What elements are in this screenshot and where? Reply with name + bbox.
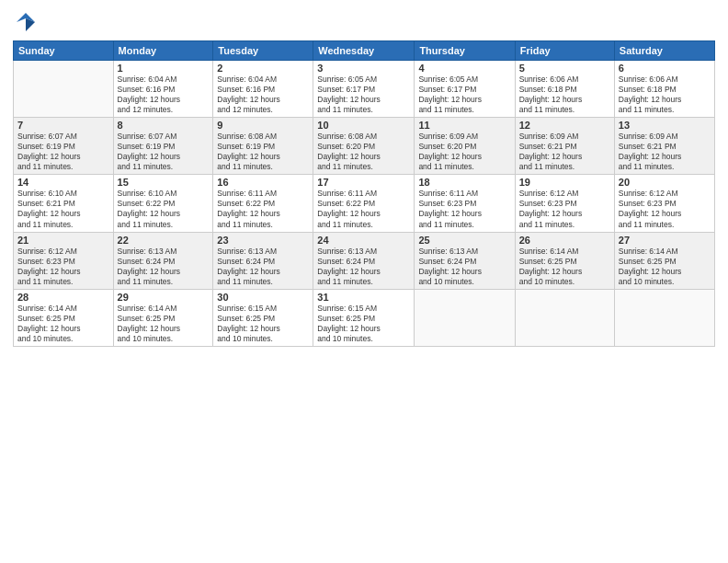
calendar-week-row: 7Sunrise: 6:07 AM Sunset: 6:19 PM Daylig… [14,118,715,175]
table-row [415,289,515,346]
day-number: 17 [317,177,410,188]
day-info: Sunrise: 6:07 AM Sunset: 6:19 PM Dayligh… [17,132,109,172]
day-number: 16 [217,177,309,188]
day-info: Sunrise: 6:15 AM Sunset: 6:25 PM Dayligh… [217,304,309,344]
day-number: 20 [619,177,711,188]
table-row: 13Sunrise: 6:09 AM Sunset: 6:21 PM Dayli… [614,118,714,175]
day-number: 14 [17,177,109,188]
day-number: 12 [519,120,610,131]
day-number: 2 [217,63,309,74]
day-info: Sunrise: 6:14 AM Sunset: 6:25 PM Dayligh… [619,247,711,287]
table-row: 19Sunrise: 6:12 AM Sunset: 6:23 PM Dayli… [515,175,614,232]
table-row: 4Sunrise: 6:05 AM Sunset: 6:17 PM Daylig… [415,61,515,118]
day-number: 9 [217,120,309,131]
day-info: Sunrise: 6:13 AM Sunset: 6:24 PM Dayligh… [418,247,510,287]
day-number: 27 [619,235,711,246]
day-info: Sunrise: 6:13 AM Sunset: 6:24 PM Dayligh… [217,247,309,287]
column-header-sunday: Sunday [14,41,114,61]
day-number: 13 [619,120,711,131]
day-number: 25 [418,235,510,246]
table-row: 26Sunrise: 6:14 AM Sunset: 6:25 PM Dayli… [515,232,614,289]
day-number: 1 [118,63,210,74]
day-info: Sunrise: 6:15 AM Sunset: 6:25 PM Dayligh… [317,304,410,344]
calendar-week-row: 14Sunrise: 6:10 AM Sunset: 6:21 PM Dayli… [14,175,715,232]
day-info: Sunrise: 6:14 AM Sunset: 6:25 PM Dayligh… [519,247,610,287]
table-row [515,289,614,346]
day-number: 31 [317,292,410,303]
day-info: Sunrise: 6:13 AM Sunset: 6:24 PM Dayligh… [317,247,410,287]
day-info: Sunrise: 6:14 AM Sunset: 6:25 PM Dayligh… [17,304,109,344]
day-info: Sunrise: 6:04 AM Sunset: 6:16 PM Dayligh… [118,75,210,115]
calendar-week-row: 21Sunrise: 6:12 AM Sunset: 6:23 PM Dayli… [14,232,715,289]
day-number: 23 [217,235,309,246]
day-number: 6 [619,63,711,74]
svg-marker-1 [26,18,35,31]
table-row: 1Sunrise: 6:04 AM Sunset: 6:16 PM Daylig… [113,61,213,118]
table-row: 9Sunrise: 6:08 AM Sunset: 6:19 PM Daylig… [213,118,313,175]
day-number: 4 [418,63,510,74]
day-number: 19 [519,177,610,188]
day-number: 8 [118,120,210,131]
table-row: 20Sunrise: 6:12 AM Sunset: 6:23 PM Dayli… [614,175,714,232]
table-row: 30Sunrise: 6:15 AM Sunset: 6:25 PM Dayli… [213,289,313,346]
table-row [14,61,114,118]
day-number: 29 [118,292,210,303]
day-number: 3 [317,63,410,74]
table-row: 6Sunrise: 6:06 AM Sunset: 6:18 PM Daylig… [614,61,714,118]
calendar-header-row: SundayMondayTuesdayWednesdayThursdayFrid… [14,41,715,61]
day-info: Sunrise: 6:08 AM Sunset: 6:20 PM Dayligh… [317,132,410,172]
day-info: Sunrise: 6:10 AM Sunset: 6:21 PM Dayligh… [17,189,109,229]
calendar-week-row: 1Sunrise: 6:04 AM Sunset: 6:16 PM Daylig… [14,61,715,118]
table-row: 5Sunrise: 6:06 AM Sunset: 6:18 PM Daylig… [515,61,614,118]
table-row: 25Sunrise: 6:13 AM Sunset: 6:24 PM Dayli… [415,232,515,289]
table-row: 16Sunrise: 6:11 AM Sunset: 6:22 PM Dayli… [213,175,313,232]
day-info: Sunrise: 6:09 AM Sunset: 6:21 PM Dayligh… [619,132,711,172]
day-info: Sunrise: 6:06 AM Sunset: 6:18 PM Dayligh… [619,75,711,115]
day-number: 10 [317,120,410,131]
table-row: 8Sunrise: 6:07 AM Sunset: 6:19 PM Daylig… [113,118,213,175]
day-info: Sunrise: 6:12 AM Sunset: 6:23 PM Dayligh… [619,189,711,229]
column-header-tuesday: Tuesday [213,41,313,61]
day-info: Sunrise: 6:09 AM Sunset: 6:21 PM Dayligh… [519,132,610,172]
day-number: 15 [118,177,210,188]
day-info: Sunrise: 6:11 AM Sunset: 6:23 PM Dayligh… [418,189,510,229]
day-number: 28 [17,292,109,303]
day-number: 24 [317,235,410,246]
day-number: 22 [118,235,210,246]
table-row: 23Sunrise: 6:13 AM Sunset: 6:24 PM Dayli… [213,232,313,289]
day-info: Sunrise: 6:07 AM Sunset: 6:19 PM Dayligh… [118,132,210,172]
day-info: Sunrise: 6:09 AM Sunset: 6:20 PM Dayligh… [418,132,510,172]
day-number: 26 [519,235,610,246]
day-info: Sunrise: 6:04 AM Sunset: 6:16 PM Dayligh… [217,75,309,115]
table-row: 14Sunrise: 6:10 AM Sunset: 6:21 PM Dayli… [14,175,114,232]
day-info: Sunrise: 6:05 AM Sunset: 6:17 PM Dayligh… [317,75,410,115]
table-row: 3Sunrise: 6:05 AM Sunset: 6:17 PM Daylig… [313,61,415,118]
page: SundayMondayTuesdayWednesdayThursdayFrid… [0,0,728,563]
column-header-monday: Monday [113,41,213,61]
day-info: Sunrise: 6:14 AM Sunset: 6:25 PM Dayligh… [118,304,210,344]
logo [13,9,42,35]
logo-icon [13,9,39,35]
column-header-friday: Friday [515,41,614,61]
table-row: 22Sunrise: 6:13 AM Sunset: 6:24 PM Dayli… [113,232,213,289]
column-header-saturday: Saturday [614,41,714,61]
day-number: 30 [217,292,309,303]
column-header-wednesday: Wednesday [313,41,415,61]
calendar-week-row: 28Sunrise: 6:14 AM Sunset: 6:25 PM Dayli… [14,289,715,346]
day-number: 11 [418,120,510,131]
table-row: 10Sunrise: 6:08 AM Sunset: 6:20 PM Dayli… [313,118,415,175]
table-row: 7Sunrise: 6:07 AM Sunset: 6:19 PM Daylig… [14,118,114,175]
day-number: 18 [418,177,510,188]
table-row: 17Sunrise: 6:11 AM Sunset: 6:22 PM Dayli… [313,175,415,232]
table-row: 12Sunrise: 6:09 AM Sunset: 6:21 PM Dayli… [515,118,614,175]
day-info: Sunrise: 6:05 AM Sunset: 6:17 PM Dayligh… [418,75,510,115]
table-row: 21Sunrise: 6:12 AM Sunset: 6:23 PM Dayli… [14,232,114,289]
day-info: Sunrise: 6:12 AM Sunset: 6:23 PM Dayligh… [17,247,109,287]
table-row: 2Sunrise: 6:04 AM Sunset: 6:16 PM Daylig… [213,61,313,118]
table-row: 29Sunrise: 6:14 AM Sunset: 6:25 PM Dayli… [113,289,213,346]
table-row: 27Sunrise: 6:14 AM Sunset: 6:25 PM Dayli… [614,232,714,289]
table-row [614,289,714,346]
calendar-table: SundayMondayTuesdayWednesdayThursdayFrid… [13,40,715,347]
table-row: 24Sunrise: 6:13 AM Sunset: 6:24 PM Dayli… [313,232,415,289]
table-row: 15Sunrise: 6:10 AM Sunset: 6:22 PM Dayli… [113,175,213,232]
